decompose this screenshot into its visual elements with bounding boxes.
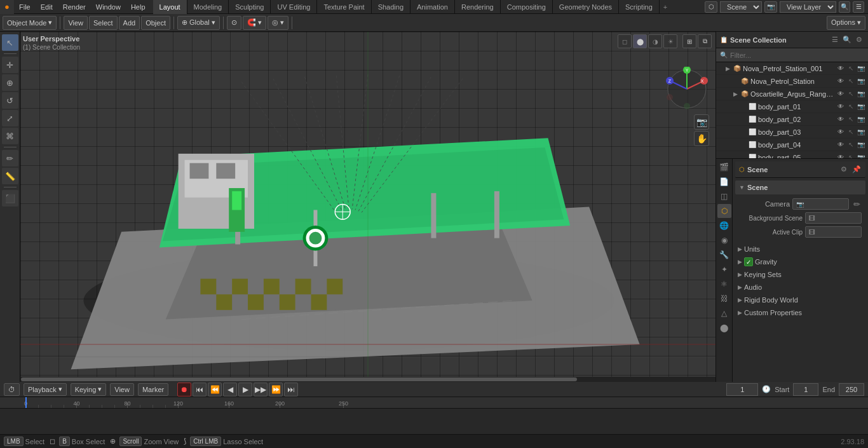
- jump-next-key-btn[interactable]: ⏩: [269, 383, 283, 397]
- audio-section[interactable]: ▶ Audio: [735, 281, 865, 294]
- active-clip-value[interactable]: 🎞: [805, 226, 862, 238]
- viewport-shading-rendered[interactable]: ☀: [663, 34, 677, 48]
- render-icon-6[interactable]: 📷: [857, 128, 865, 137]
- visibility-icon-5[interactable]: 👁: [836, 115, 845, 124]
- render-icon-8[interactable]: 📷: [857, 153, 865, 159]
- transform-pivot[interactable]: ⊙: [227, 16, 241, 30]
- start-frame-input[interactable]: [793, 383, 818, 396]
- outliner-item-body-3[interactable]: ▶ ⬜ body_part_03 👁 ↖ 📷: [716, 126, 868, 139]
- outliner-settings-icon[interactable]: ⚙: [854, 35, 864, 45]
- scene-icon[interactable]: 📷: [764, 1, 777, 13]
- workspace-animation[interactable]: Animation: [410, 0, 455, 14]
- arrow-3[interactable]: ▶: [731, 90, 739, 98]
- frame-icon-btn[interactable]: ⏱: [4, 383, 20, 396]
- gravity-section[interactable]: ▶ ✓ Gravity: [735, 255, 865, 268]
- tool-measure[interactable]: 📏: [2, 168, 18, 184]
- scene-selector[interactable]: Scene: [720, 1, 762, 13]
- outliner-item-oscartielle[interactable]: ▶ 📦 Oscartielle_Argus_Range_Mul 👁 ↖ 📷: [716, 88, 868, 100]
- view-layer-selector[interactable]: View Layer: [780, 1, 836, 13]
- proportional-edit[interactable]: ◎ ▾: [268, 16, 288, 30]
- render-icon-7[interactable]: 📷: [857, 140, 865, 149]
- viewport-scrollbar-h[interactable]: [20, 377, 715, 382]
- select-icon-1[interactable]: ↖: [846, 64, 855, 73]
- outliner-item-body-5[interactable]: ▶ ⬜ body_part_05 👁 ↖ 📷: [716, 151, 868, 158]
- current-frame-input[interactable]: [726, 383, 758, 396]
- prop-icon-material[interactable]: ⬤: [717, 321, 731, 335]
- render-icon-3[interactable]: 📷: [857, 90, 865, 98]
- select-menu[interactable]: Select: [89, 16, 118, 30]
- timeline-view-btn[interactable]: View: [110, 383, 134, 396]
- tool-annotate[interactable]: ✏: [2, 150, 18, 166]
- select-icon-2[interactable]: ↖: [846, 77, 855, 86]
- add-menu[interactable]: Add: [119, 16, 140, 30]
- prop-icon-modifiers[interactable]: 🔧: [717, 248, 731, 262]
- prop-icon-object[interactable]: ◉: [717, 233, 731, 247]
- record-btn[interactable]: ⏺: [177, 383, 191, 397]
- transform-orientation[interactable]: ⊕ Global ▾: [177, 16, 220, 30]
- visibility-icon-1[interactable]: 👁: [836, 64, 845, 73]
- filter-icon[interactable]: ☰: [853, 1, 864, 13]
- menu-file[interactable]: File: [14, 0, 36, 14]
- gravity-checkbox[interactable]: ✓: [744, 257, 753, 266]
- viewport-gizmo[interactable]: X Y Z: [665, 67, 709, 111]
- visibility-icon-4[interactable]: 👁: [836, 102, 845, 111]
- visibility-icon-8[interactable]: 👁: [836, 153, 845, 159]
- render-icon-4[interactable]: 📷: [857, 102, 865, 111]
- select-icon-7[interactable]: ↖: [846, 140, 855, 149]
- prop-icon-constraints[interactable]: ⛓: [717, 292, 731, 306]
- tool-add-cube[interactable]: ⬛: [2, 190, 18, 207]
- arrow-1[interactable]: ▶: [724, 65, 731, 72]
- workspace-texture-paint[interactable]: Texture Paint: [317, 0, 371, 14]
- viewport-shading-solid[interactable]: ⬤: [633, 34, 647, 48]
- tool-scale[interactable]: ⤢: [2, 110, 18, 126]
- visibility-icon-6[interactable]: 👁: [836, 128, 845, 137]
- tool-move[interactable]: ⊕: [2, 74, 18, 91]
- step-back-btn[interactable]: ◀: [223, 383, 237, 397]
- snapping-btn[interactable]: 🧲 ▾: [243, 16, 266, 30]
- end-frame-input[interactable]: [839, 383, 864, 396]
- custom-props-section[interactable]: ▶ Custom Properties: [735, 306, 865, 319]
- prop-icon-data[interactable]: △: [717, 306, 731, 320]
- keying-btn[interactable]: Keying ▾: [71, 383, 107, 396]
- outliner-item-body-4[interactable]: ▶ ⬜ body_part_04 👁 ↖ 📷: [716, 139, 868, 151]
- object-menu[interactable]: Object: [141, 16, 170, 30]
- jump-start-btn[interactable]: ⏮: [193, 383, 207, 397]
- visibility-icon-3[interactable]: 👁: [836, 90, 845, 98]
- workspace-layout[interactable]: Layout: [153, 0, 187, 14]
- background-scene-value[interactable]: 🎞: [805, 212, 862, 224]
- outliner-search-icon[interactable]: 🔍: [842, 35, 852, 45]
- mode-selector[interactable]: Object Mode ▾: [3, 16, 57, 30]
- viewport-3d[interactable]: User Perspective (1) Scene Collection ◻ …: [20, 32, 715, 382]
- prop-icon-output[interactable]: 📄: [717, 175, 731, 189]
- workspace-scripting[interactable]: Scripting: [619, 0, 660, 14]
- marker-btn[interactable]: Marker: [138, 383, 168, 396]
- rigid-body-section[interactable]: ▶ Rigid Body World: [735, 294, 865, 306]
- workspace-sculpting[interactable]: Sculpting: [229, 0, 271, 14]
- search-icon[interactable]: 🔍: [839, 1, 850, 13]
- playback-btn[interactable]: Playback ▾: [24, 383, 67, 396]
- render-icon-2[interactable]: 📷: [857, 77, 865, 86]
- play-btn[interactable]: ▶: [238, 383, 252, 397]
- active-workspace-icon[interactable]: ⬡: [705, 1, 717, 13]
- visibility-icon-2[interactable]: 👁: [836, 77, 845, 86]
- prop-icon-physics[interactable]: ⚛: [717, 277, 731, 291]
- viewport-shading-wireframe[interactable]: ◻: [618, 34, 632, 48]
- prop-icon-view-layer[interactable]: ◫: [717, 189, 731, 203]
- scene-section-header[interactable]: ▼ Scene: [735, 180, 865, 194]
- jump-prev-key-btn[interactable]: ⏪: [208, 383, 222, 397]
- options-btn[interactable]: Options ▾: [827, 16, 865, 30]
- render-icon-1[interactable]: 📷: [857, 64, 865, 73]
- step-fwd-btn[interactable]: ▶▶: [254, 383, 268, 397]
- tool-select[interactable]: ↖: [2, 34, 18, 51]
- viewport-shading-material[interactable]: ◑: [648, 34, 662, 48]
- select-icon-5[interactable]: ↖: [846, 115, 855, 124]
- prop-icon-scene[interactable]: ⬡: [717, 204, 731, 218]
- keying-sets-section[interactable]: ▶ Keying Sets: [735, 268, 865, 281]
- viewport-xray-btn[interactable]: ⧉: [698, 34, 712, 48]
- menu-help[interactable]: Help: [126, 0, 151, 14]
- outliner-item-nova-station[interactable]: ▶ 📦 Nova_Petrol_Station 👁 ↖ 📷: [716, 75, 868, 88]
- render-icon-5[interactable]: 📷: [857, 115, 865, 124]
- scene-panel-settings[interactable]: ⚙: [839, 165, 849, 175]
- prop-icon-world[interactable]: 🌐: [717, 219, 731, 233]
- scene-panel-pin[interactable]: 📌: [851, 165, 862, 175]
